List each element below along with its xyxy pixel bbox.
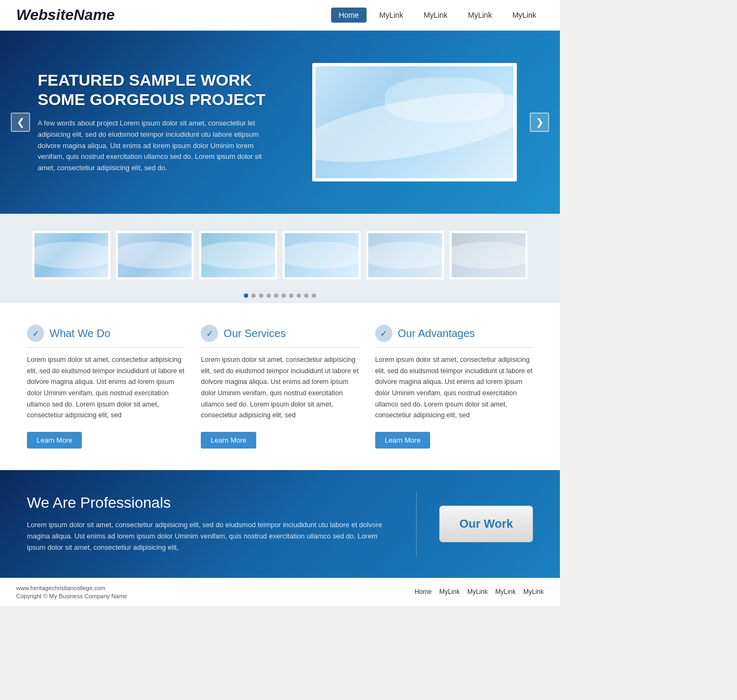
nav-home[interactable]: Home bbox=[331, 8, 366, 23]
nav-link-1[interactable]: MyLink bbox=[372, 8, 411, 23]
hero-next-button[interactable]: ❯ bbox=[530, 113, 549, 132]
feature-3-icon: ✓ bbox=[375, 325, 392, 342]
hero-section: ❮ FEATURED SAMPLE WORK SOME GORGEOUS PRO… bbox=[0, 31, 560, 214]
footer: www.heritagechristiancollege.com Copyrig… bbox=[0, 578, 560, 606]
dot-4[interactable] bbox=[266, 293, 271, 298]
gallery-thumb-2[interactable] bbox=[116, 231, 194, 279]
dot-9[interactable] bbox=[304, 293, 308, 298]
footer-nav-link-2[interactable]: MyLink bbox=[467, 588, 488, 596]
nav-link-4[interactable]: MyLink bbox=[505, 8, 544, 23]
dark-section-body: Lorem ipsum dolor sit amet, consectetiur… bbox=[27, 519, 393, 554]
dot-5[interactable] bbox=[274, 293, 278, 298]
vertical-divider bbox=[416, 492, 417, 556]
gallery-thumb-1[interactable] bbox=[32, 231, 110, 279]
footer-nav-link-1[interactable]: MyLink bbox=[439, 588, 460, 596]
feature-col-2: ✓ Our Services Lorem ipsum dolor sit ame… bbox=[201, 325, 359, 449]
dot-2[interactable] bbox=[251, 293, 256, 298]
hero-title: FEATURED SAMPLE WORK SOME GORGEOUS PROJE… bbox=[38, 71, 275, 109]
dot-7[interactable] bbox=[289, 293, 293, 298]
feature-1-title: What We Do bbox=[50, 327, 110, 340]
footer-nav-link-3[interactable]: MyLink bbox=[495, 588, 516, 596]
dot-6[interactable] bbox=[282, 293, 286, 298]
learn-more-button-3[interactable]: Learn More bbox=[375, 432, 430, 449]
hero-description: A few words about project Lorem ipsum do… bbox=[38, 118, 275, 174]
nav-link-3[interactable]: MyLink bbox=[460, 8, 499, 23]
feature-2-body: Lorem ipsum dolor sit amet, consectetiur… bbox=[201, 354, 359, 421]
footer-copyright: Copyright © My Business Company Name bbox=[16, 593, 127, 599]
dot-10[interactable] bbox=[312, 293, 316, 298]
dark-left-content: We Are Professionals Lorem ipsum dolor s… bbox=[27, 494, 393, 554]
feature-2-heading: ✓ Our Services bbox=[201, 325, 359, 348]
feature-col-3: ✓ Our Advantages Lorem ipsum dolor sit a… bbox=[375, 325, 533, 449]
feature-1-heading: ✓ What We Do bbox=[27, 325, 185, 348]
gallery-thumb-3[interactable] bbox=[199, 231, 277, 279]
gallery-strip bbox=[0, 214, 560, 303]
footer-website: www.heritagechristiancollege.com bbox=[16, 585, 127, 591]
feature-2-title: Our Services bbox=[223, 327, 286, 340]
footer-nav-home[interactable]: Home bbox=[415, 588, 432, 596]
feature-1-body: Lorem ipsum dolor sit amet, consectetiur… bbox=[27, 354, 185, 421]
feature-3-title: Our Advantages bbox=[398, 327, 475, 340]
feature-3-body: Lorem ipsum dolor sit amet, consectetiur… bbox=[375, 354, 533, 421]
gallery-thumb-6[interactable] bbox=[450, 231, 528, 279]
features-section: ✓ What We Do Lorem ipsum dolor sit amet,… bbox=[0, 303, 560, 470]
footer-nav-link-4[interactable]: MyLink bbox=[523, 588, 544, 596]
feature-col-1: ✓ What We Do Lorem ipsum dolor sit amet,… bbox=[27, 325, 185, 449]
gallery-thumb-4[interactable] bbox=[283, 231, 361, 279]
dot-1[interactable] bbox=[244, 293, 248, 298]
footer-left: www.heritagechristiancollege.com Copyrig… bbox=[16, 585, 127, 599]
dark-section-title: We Are Professionals bbox=[27, 494, 393, 512]
gallery-thumb-5[interactable] bbox=[366, 231, 444, 279]
learn-more-button-2[interactable]: Learn More bbox=[201, 432, 256, 449]
gallery-dots bbox=[16, 288, 544, 300]
hero-prev-button[interactable]: ❮ bbox=[11, 113, 30, 132]
dot-8[interactable] bbox=[297, 293, 301, 298]
feature-2-icon: ✓ bbox=[201, 325, 218, 342]
footer-nav: Home MyLink MyLink MyLink MyLink bbox=[415, 588, 544, 596]
hero-content: FEATURED SAMPLE WORK SOME GORGEOUS PROJE… bbox=[38, 71, 275, 174]
dark-cta-section: We Are Professionals Lorem ipsum dolor s… bbox=[0, 470, 560, 578]
feature-3-heading: ✓ Our Advantages bbox=[375, 325, 533, 348]
learn-more-button-1[interactable]: Learn More bbox=[27, 432, 82, 449]
main-nav: Home MyLink MyLink MyLink MyLink bbox=[331, 8, 544, 23]
feature-1-icon: ✓ bbox=[27, 325, 44, 342]
hero-image bbox=[312, 63, 517, 181]
site-logo: WebsiteName bbox=[16, 6, 115, 24]
dot-3[interactable] bbox=[259, 293, 263, 298]
our-work-button[interactable]: Our Work bbox=[439, 506, 533, 542]
header: WebsiteName Home MyLink MyLink MyLink My… bbox=[0, 0, 560, 31]
gallery-thumbs bbox=[16, 222, 544, 288]
nav-link-2[interactable]: MyLink bbox=[416, 8, 455, 23]
